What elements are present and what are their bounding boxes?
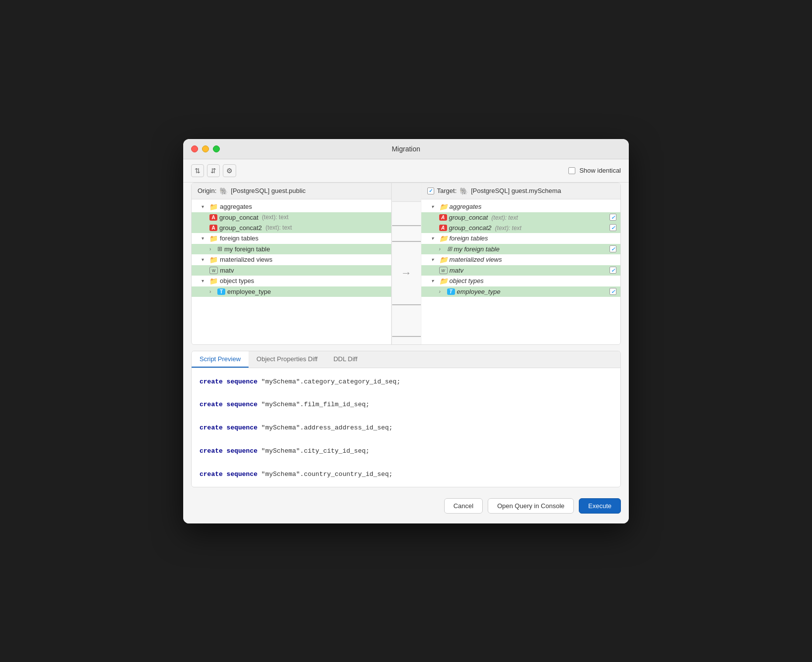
show-identical-checkbox[interactable] — [568, 167, 575, 174]
title-bar: Migration — [183, 139, 629, 159]
right-tree-matv[interactable]: w matv ✓ — [421, 265, 621, 276]
script-section: Script Preview Object Properties Diff DD… — [191, 351, 621, 487]
left-tree-object-types[interactable]: ▾ 📁 object types — [192, 276, 391, 286]
content-area: Origin: 🐘 [PostgreSQL] guest.public ▾ 📁 … — [183, 183, 629, 523]
settings-button[interactable]: ⚙ — [223, 164, 236, 177]
item-name: group_concat — [219, 214, 258, 221]
right-panel: ✓ Target: 🐘 [PostgreSQL] guest.mySchema … — [421, 183, 621, 344]
badge-t-icon: T — [217, 288, 225, 295]
item-name: group_concat — [449, 214, 488, 221]
item-type: (text): text — [260, 214, 289, 221]
left-tree: ▾ 📁 aggregates A group_concat (text): te… — [192, 199, 391, 308]
badge-a-icon: A — [439, 214, 447, 221]
badge-a-icon: A — [209, 214, 217, 221]
item-type: (text): text — [494, 225, 522, 232]
middle-connector: → — [392, 183, 421, 344]
chevron-right-icon: › — [209, 246, 215, 252]
sort-desc-button[interactable]: ⇵ — [207, 164, 220, 177]
origin-db-label: [PostgreSQL] guest.public — [231, 187, 305, 194]
left-tree-materialized-views[interactable]: ▾ 📁 materialized views — [192, 254, 391, 265]
left-tree-my-foreign-table[interactable]: › ⊞ my foreign table — [192, 244, 391, 254]
sort-asc-button[interactable]: ⇅ — [191, 164, 204, 177]
tab-ddl-diff[interactable]: DDL Diff — [325, 351, 365, 368]
chevron-down-icon: ▾ — [202, 204, 207, 209]
folder-icon: 📁 — [209, 277, 218, 285]
left-tree-group-concat2[interactable]: A group_concat2 (text): text — [192, 223, 391, 233]
chevron-down-icon: ▾ — [431, 204, 437, 209]
category-name: object types — [220, 277, 254, 284]
cancel-button[interactable]: Cancel — [444, 498, 483, 514]
row-checkbox[interactable]: ✓ — [609, 267, 616, 274]
right-tree-group-concat2[interactable]: A group_concat2 (text): text ✓ — [421, 223, 621, 233]
right-tree-materialized-views[interactable]: ▾ 📁 materialized views — [421, 254, 621, 265]
item-name: matv — [450, 267, 463, 274]
arrow-right-icon: → — [401, 267, 412, 280]
item-name: my foreign table — [454, 245, 500, 253]
minimize-button[interactable] — [202, 145, 209, 152]
script-line-2: create sequence "mySchema".film_film_id_… — [200, 399, 612, 410]
right-tree-employee-type[interactable]: › T employee_type ✓ — [421, 286, 621, 297]
item-name: group_concat2 — [219, 224, 262, 232]
right-tree-my-foreign-table[interactable]: › ⊞ my foreign table ✓ — [421, 244, 621, 254]
table-icon: ⊞ — [447, 245, 452, 252]
migration-window: Migration ⇅ ⇵ ⚙ Show identical Origin: — [183, 139, 629, 523]
left-tree-aggregates[interactable]: ▾ 📁 aggregates — [192, 201, 391, 212]
script-line-4: create sequence "mySchema".city_city_id_… — [200, 445, 612, 457]
right-tree-aggregates[interactable]: ▾ 📁 aggregates — [421, 201, 621, 212]
origin-label: Origin: — [198, 187, 216, 194]
item-name: group_concat2 — [449, 224, 492, 232]
chevron-down-icon: ▾ — [431, 236, 437, 241]
target-db-icon: 🐘 — [459, 187, 468, 195]
category-name: object types — [450, 277, 484, 284]
folder-icon: 📁 — [209, 256, 218, 264]
connector-row-mv — [392, 281, 421, 297]
left-panel-header: Origin: 🐘 [PostgreSQL] guest.public — [192, 183, 391, 199]
table-icon: ⊞ — [217, 245, 222, 252]
row-checkbox[interactable]: ✓ — [609, 288, 616, 295]
category-name: aggregates — [220, 203, 252, 210]
right-tree-group-concat[interactable]: A group_concat (text): text ✓ — [421, 212, 621, 223]
execute-button[interactable]: Execute — [579, 498, 621, 514]
category-name: foreign tables — [220, 235, 258, 242]
show-identical-label: Show identical — [579, 167, 621, 174]
item-type: (text): text — [490, 214, 518, 221]
right-tree-foreign-tables[interactable]: ▾ 📁 foreign tables — [421, 233, 621, 244]
tab-script-preview[interactable]: Script Preview — [192, 351, 249, 368]
row-checkbox[interactable]: ✓ — [609, 245, 616, 252]
sort-asc-icon: ⇅ — [195, 167, 201, 175]
folder-icon: 📁 — [439, 235, 448, 242]
maximize-button[interactable] — [213, 145, 220, 152]
left-tree-employee-type[interactable]: › T employee_type — [192, 286, 391, 297]
connector-row-ot — [392, 313, 421, 329]
tab-object-properties-diff[interactable]: Object Properties Diff — [249, 351, 325, 368]
row-checkbox[interactable]: ✓ — [609, 214, 616, 221]
folder-icon: 📁 — [439, 203, 448, 211]
left-tree-foreign-tables[interactable]: ▾ 📁 foreign tables — [192, 233, 391, 244]
left-tree-group-concat[interactable]: A group_concat (text): text — [192, 212, 391, 223]
target-checkbox[interactable]: ✓ — [427, 188, 434, 194]
gear-icon: ⚙ — [226, 167, 233, 175]
category-name: aggregates — [450, 203, 482, 210]
script-content: create sequence "mySchema".category_cate… — [192, 368, 620, 487]
badge-w-icon: w — [439, 267, 448, 274]
chevron-right-icon: › — [209, 289, 215, 294]
close-button[interactable] — [191, 145, 198, 152]
chevron-right-icon: › — [439, 289, 445, 294]
left-tree-matv[interactable]: w matv — [192, 265, 391, 276]
item-name: matv — [220, 267, 234, 274]
left-panel: Origin: 🐘 [PostgreSQL] guest.public ▾ 📁 … — [192, 183, 392, 344]
chevron-down-icon: ▾ — [202, 278, 207, 284]
folder-icon: 📁 — [439, 256, 448, 264]
badge-t-icon: T — [447, 288, 455, 295]
right-tree-object-types[interactable]: ▾ 📁 object types — [421, 276, 621, 286]
item-name: employee_type — [457, 288, 501, 295]
open-query-button[interactable]: Open Query in Console — [488, 498, 574, 514]
badge-a-icon: A — [439, 225, 447, 231]
connector-row-matv — [392, 297, 421, 313]
folder-icon: 📁 — [209, 203, 218, 211]
script-line-5: create sequence "mySchema".country_count… — [200, 469, 612, 480]
connector-row-ft — [392, 249, 421, 265]
chevron-down-icon: ▾ — [202, 236, 207, 241]
chevron-down-icon: ▾ — [202, 257, 207, 262]
row-checkbox[interactable]: ✓ — [609, 224, 616, 231]
